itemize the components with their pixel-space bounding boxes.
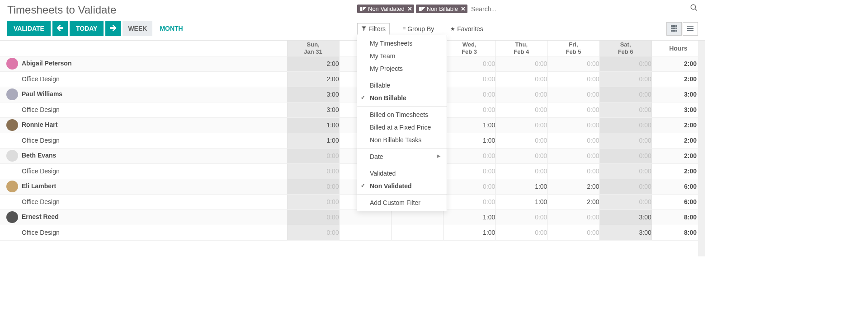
time-cell[interactable]: 0:00 bbox=[287, 194, 339, 209]
filter-menu-item[interactable]: Billable bbox=[357, 79, 447, 92]
filter-menu-item[interactable]: My Timesheets bbox=[357, 37, 447, 50]
time-cell[interactable] bbox=[339, 209, 391, 225]
project-name-cell[interactable]: Office Design bbox=[0, 163, 287, 179]
filter-menu-item[interactable]: Add Custom Filter bbox=[357, 196, 447, 209]
time-cell[interactable]: 2:00 bbox=[287, 56, 339, 71]
time-cell[interactable] bbox=[339, 225, 391, 240]
project-name-cell[interactable]: Office Design bbox=[0, 133, 287, 148]
scale-week-button[interactable]: WEEK bbox=[123, 21, 152, 36]
scale-month-button[interactable]: MONTH bbox=[154, 21, 188, 36]
filter-menu-item[interactable]: Validated bbox=[357, 167, 447, 180]
time-cell[interactable]: 0:00 bbox=[443, 71, 495, 87]
time-cell[interactable]: 0:00 bbox=[443, 179, 495, 194]
time-cell[interactable]: 0:00 bbox=[547, 163, 599, 179]
time-cell[interactable]: 0:00 bbox=[599, 148, 651, 163]
filter-menu-item[interactable]: Non Validated bbox=[357, 180, 447, 192]
project-name-cell[interactable]: Office Design bbox=[0, 102, 287, 117]
project-name-cell[interactable]: Office Design bbox=[0, 71, 287, 87]
time-cell[interactable]: 0:00 bbox=[599, 71, 651, 87]
employee-name-cell[interactable]: Ronnie Hart bbox=[0, 117, 287, 133]
time-cell[interactable]: 0:00 bbox=[495, 117, 547, 133]
time-cell[interactable]: 0:00 bbox=[495, 56, 547, 71]
time-cell[interactable]: 0:00 bbox=[599, 163, 651, 179]
time-cell[interactable]: 0:00 bbox=[547, 148, 599, 163]
time-cell[interactable]: 3:00 bbox=[599, 209, 651, 225]
time-cell[interactable]: 3:00 bbox=[287, 87, 339, 102]
time-cell[interactable]: 0:00 bbox=[547, 225, 599, 240]
filter-menu-item[interactable]: Non Billable Tasks bbox=[357, 134, 447, 146]
time-cell[interactable] bbox=[391, 225, 443, 240]
time-cell[interactable]: 0:00 bbox=[599, 87, 651, 102]
time-cell[interactable]: 3:00 bbox=[287, 102, 339, 117]
time-cell[interactable]: 0:00 bbox=[599, 102, 651, 117]
time-cell[interactable]: 3:00 bbox=[599, 225, 651, 240]
time-cell[interactable]: 0:00 bbox=[287, 179, 339, 194]
filter-menu-item[interactable]: Non Billable bbox=[357, 92, 447, 104]
project-name-cell[interactable]: Office Design bbox=[0, 194, 287, 209]
time-cell[interactable]: 0:00 bbox=[495, 71, 547, 87]
time-cell[interactable]: 0:00 bbox=[495, 148, 547, 163]
time-cell[interactable]: 0:00 bbox=[547, 71, 599, 87]
filter-menu-item[interactable]: My Projects bbox=[357, 62, 447, 75]
time-cell[interactable]: 0:00 bbox=[599, 179, 651, 194]
time-cell[interactable]: 0:00 bbox=[443, 163, 495, 179]
search-input[interactable] bbox=[469, 5, 690, 14]
time-cell[interactable]: 0:00 bbox=[287, 148, 339, 163]
remove-facet-button[interactable]: ✕ bbox=[407, 5, 412, 12]
scrollbar[interactable] bbox=[698, 41, 705, 256]
employee-name-cell[interactable]: Ernest Reed bbox=[0, 209, 287, 225]
time-cell[interactable]: 0:00 bbox=[443, 102, 495, 117]
next-period-button[interactable]: 🡲 bbox=[105, 21, 121, 36]
filter-menu-item[interactable]: Date▶ bbox=[357, 150, 447, 163]
time-cell[interactable]: 0:00 bbox=[547, 102, 599, 117]
time-cell[interactable]: 1:00 bbox=[287, 117, 339, 133]
time-cell[interactable] bbox=[391, 209, 443, 225]
time-cell[interactable]: 1:00 bbox=[443, 225, 495, 240]
list-view-button[interactable] bbox=[683, 22, 698, 36]
time-cell[interactable]: 2:00 bbox=[547, 179, 599, 194]
time-cell[interactable]: 0:00 bbox=[495, 209, 547, 225]
favorites-button[interactable]: ★ Favorites bbox=[447, 23, 487, 34]
time-cell[interactable]: 2:00 bbox=[547, 194, 599, 209]
time-cell[interactable]: 0:00 bbox=[547, 209, 599, 225]
time-cell[interactable]: 0:00 bbox=[495, 133, 547, 148]
search-facet-non-billable[interactable]: ▮◤ Non Billable ✕ bbox=[416, 5, 467, 13]
time-cell[interactable]: 1:00 bbox=[443, 133, 495, 148]
filter-menu-item[interactable]: Billed on Timesheets bbox=[357, 108, 447, 121]
employee-name-cell[interactable]: Paul Williams bbox=[0, 87, 287, 102]
time-cell[interactable]: 0:00 bbox=[599, 117, 651, 133]
filter-menu-item[interactable]: Billed at a Fixed Price bbox=[357, 121, 447, 134]
employee-name-cell[interactable]: Beth Evans bbox=[0, 148, 287, 163]
time-cell[interactable]: 0:00 bbox=[443, 194, 495, 209]
employee-name-cell[interactable]: Eli Lambert bbox=[0, 179, 287, 194]
employee-name-cell[interactable]: Abigail Peterson bbox=[0, 56, 287, 71]
search-icon[interactable] bbox=[690, 4, 698, 14]
time-cell[interactable]: 0:00 bbox=[547, 87, 599, 102]
time-cell[interactable]: 0:00 bbox=[443, 87, 495, 102]
time-cell[interactable]: 0:00 bbox=[547, 117, 599, 133]
time-cell[interactable]: 1:00 bbox=[443, 117, 495, 133]
time-cell[interactable]: 0:00 bbox=[599, 194, 651, 209]
time-cell[interactable]: 0:00 bbox=[443, 148, 495, 163]
time-cell[interactable]: 0:00 bbox=[599, 133, 651, 148]
prev-period-button[interactable]: 🡰 bbox=[52, 21, 68, 36]
today-button[interactable]: TODAY bbox=[70, 21, 104, 36]
time-cell[interactable]: 0:00 bbox=[495, 225, 547, 240]
filter-menu-item[interactable]: My Team bbox=[357, 50, 447, 62]
filters-button[interactable]: Filters bbox=[357, 23, 390, 35]
time-cell[interactable]: 1:00 bbox=[287, 133, 339, 148]
grid-view-button[interactable] bbox=[666, 22, 682, 36]
project-name-cell[interactable]: Office Design bbox=[0, 225, 287, 240]
validate-button[interactable]: VALIDATE bbox=[7, 21, 51, 36]
time-cell[interactable]: 1:00 bbox=[495, 194, 547, 209]
time-cell[interactable]: 0:00 bbox=[287, 209, 339, 225]
time-cell[interactable]: 0:00 bbox=[495, 87, 547, 102]
remove-facet-button[interactable]: ✕ bbox=[461, 5, 466, 12]
time-cell[interactable]: 0:00 bbox=[495, 163, 547, 179]
time-cell[interactable]: 0:00 bbox=[287, 225, 339, 240]
time-cell[interactable]: 0:00 bbox=[443, 56, 495, 71]
time-cell[interactable]: 1:00 bbox=[443, 209, 495, 225]
time-cell[interactable]: 0:00 bbox=[287, 163, 339, 179]
time-cell[interactable]: 0:00 bbox=[547, 133, 599, 148]
time-cell[interactable]: 0:00 bbox=[495, 102, 547, 117]
